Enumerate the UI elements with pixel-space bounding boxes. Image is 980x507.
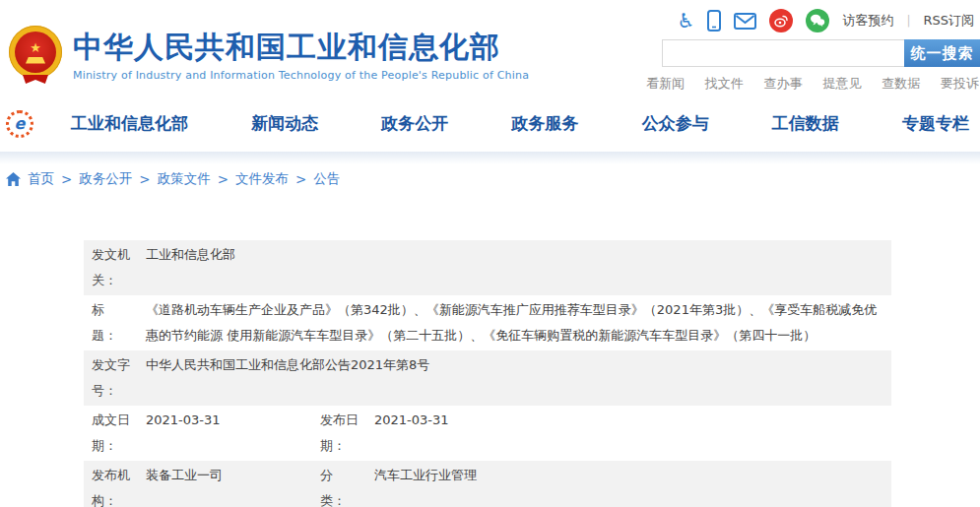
header-utility-bar: ♿ 访客预约 | RSS订阅 [677, 9, 974, 32]
breadcrumb-home[interactable]: 首页 [28, 170, 54, 188]
document-info-table: 发文机关： 工业和信息化部 标 题： 《道路机动车辆生产企业及产品》（第342批… [84, 240, 891, 507]
breadcrumb: 首页 > 政务公开 > 政策文件 > 文件发布 > 公告 [6, 170, 340, 188]
row-value: 2021-03-31 [146, 408, 320, 433]
nav-item-public-participation[interactable]: 公众参与 [642, 112, 709, 135]
emblem-ribbon [23, 75, 48, 84]
table-row-title: 标 题： 《道路机动车辆生产企业及产品》（第342批）、《新能源汽车推广应用推荐… [84, 295, 891, 350]
table-row-dates: 成文日期： 2021-03-31 发布日期： 2021-03-31 [84, 406, 891, 461]
miit-logo-letter: e [15, 116, 26, 132]
main-nav: e 工业和信息化部 新闻动态 政务公开 政务服务 公众参与 工信数据 专题专栏 [0, 98, 980, 152]
home-icon[interactable] [6, 172, 21, 186]
mobile-icon[interactable] [707, 10, 721, 32]
miit-gear-logo-icon[interactable]: e [6, 110, 33, 138]
table-row-issuing-authority: 发文机关： 工业和信息化部 [84, 240, 891, 295]
row-label: 分 类： [320, 463, 365, 507]
visitor-appointment-link[interactable]: 访客预约 [842, 12, 893, 30]
breadcrumb-separator: > [61, 171, 72, 187]
row-label: 发布机构： [92, 463, 137, 507]
emblem-core: ★ [15, 32, 56, 73]
search-bar: 统一搜索 [662, 39, 980, 67]
row-label: 发布日期： [320, 408, 365, 459]
breadcrumb-separator: > [218, 171, 229, 187]
site-title-block[interactable]: 中华人民共和国工业和信息化部 Ministry of Industry and … [73, 31, 529, 82]
national-emblem-logo[interactable]: ★ [9, 26, 64, 85]
quick-link-complaints[interactable]: 要投诉 [941, 75, 979, 93]
nav-items: 工业和信息化部 新闻动态 政务公开 政务服务 公众参与 工信数据 专题专栏 [71, 98, 969, 148]
rss-subscribe-link[interactable]: RSS订阅 [923, 12, 974, 30]
row-value: 工业和信息化部 [146, 242, 891, 268]
row-label: 发文字号： [92, 352, 137, 404]
emblem-star-icon: ★ [30, 41, 41, 54]
row-label: 发文机关： [92, 242, 137, 293]
breadcrumb-gov-disclosure[interactable]: 政务公开 [79, 170, 132, 188]
row-value: 装备工业一司 [146, 463, 320, 488]
quick-link-files[interactable]: 找文件 [705, 75, 744, 93]
row-label: 成文日期： [92, 408, 137, 459]
breadcrumb-separator: > [295, 171, 306, 187]
unified-search-button[interactable]: 统一搜索 [904, 39, 980, 67]
nav-item-miit-data[interactable]: 工信数据 [772, 112, 839, 135]
breadcrumb-policy-files[interactable]: 政策文件 [158, 170, 211, 188]
weibo-icon[interactable] [769, 9, 793, 32]
quick-link-services[interactable]: 查办事 [764, 75, 803, 93]
table-row-document-number: 发文字号： 中华人民共和国工业和信息化部公告2021年第8号 [84, 350, 891, 406]
wechat-icon[interactable] [806, 9, 829, 32]
site-header: ★ 中华人民共和国工业和信息化部 Ministry of Industry an… [0, 0, 980, 98]
nav-item-news[interactable]: 新闻动态 [251, 112, 318, 135]
nav-item-ministry[interactable]: 工业和信息化部 [71, 112, 188, 135]
row-value: 中华人民共和国工业和信息化部公告2021年第8号 [146, 352, 891, 378]
breadcrumb-announcement[interactable]: 公告 [313, 170, 340, 188]
nav-item-gov-disclosure[interactable]: 政务公开 [381, 112, 448, 135]
accessibility-icon[interactable]: ♿ [677, 10, 694, 32]
site-subtitle: Ministry of Industry and Information Tec… [73, 69, 529, 82]
row-label: 标 题： [92, 297, 137, 349]
table-row-publisher-category: 发布机构： 装备工业一司 分 类： 汽车工业行业管理 [84, 461, 891, 507]
nav-bottom-gradient [0, 152, 980, 164]
search-input[interactable] [662, 39, 904, 67]
quick-link-news[interactable]: 看新闻 [646, 75, 685, 93]
site-title: 中华人民共和国工业和信息化部 [73, 31, 529, 64]
quick-search-links: 看新闻 找文件 查办事 提意见 查数据 要投诉 [646, 75, 979, 93]
nav-item-special-columns[interactable]: 专题专栏 [902, 112, 969, 135]
mail-icon[interactable] [734, 13, 756, 30]
row-value: 《道路机动车辆生产企业及产品》（第342批）、《新能源汽车推广应用推荐车型目录》… [146, 297, 891, 349]
quick-link-data[interactable]: 查数据 [882, 75, 920, 93]
breadcrumb-file-release[interactable]: 文件发布 [235, 170, 289, 188]
utility-divider: | [906, 14, 910, 28]
row-value: 2021-03-31 [374, 408, 891, 433]
row-value: 汽车工业行业管理 [374, 463, 891, 488]
breadcrumb-separator: > [139, 171, 150, 187]
quick-link-suggestions[interactable]: 提意见 [822, 75, 861, 93]
nav-item-gov-services[interactable]: 政务服务 [511, 112, 578, 135]
emblem-gate-icon [26, 57, 45, 64]
